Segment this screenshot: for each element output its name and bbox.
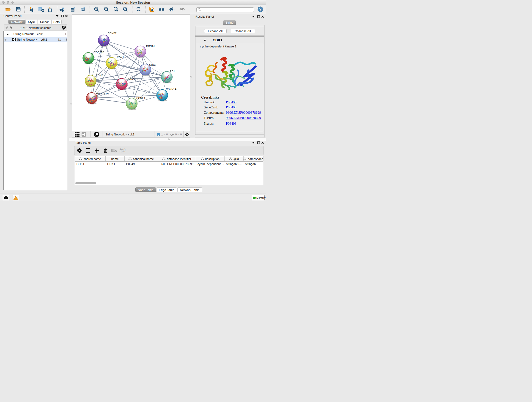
svg-text:CCNA1: CCNA1 — [146, 45, 155, 47]
svg-text:?: ? — [259, 7, 261, 11]
svg-text:CCNE1: CCNE1 — [136, 97, 145, 99]
svg-text:CDC25B: CDC25B — [94, 51, 104, 54]
svg-text:HIST1H1A: HIST1H1A — [96, 92, 109, 95]
svg-text:RB1: RB1 — [170, 70, 175, 73]
svg-text:CCNB1: CCNB1 — [96, 74, 105, 77]
svg-text:CDK1: CDK1 — [117, 56, 124, 59]
svg-text:CCNA2: CCNA2 — [127, 77, 135, 80]
svg-text:CCNB2: CCNB2 — [108, 32, 117, 35]
svg-text:CDKN1A: CDKN1A — [166, 88, 177, 90]
svg-text:CDC6: CDC6 — [149, 64, 156, 66]
